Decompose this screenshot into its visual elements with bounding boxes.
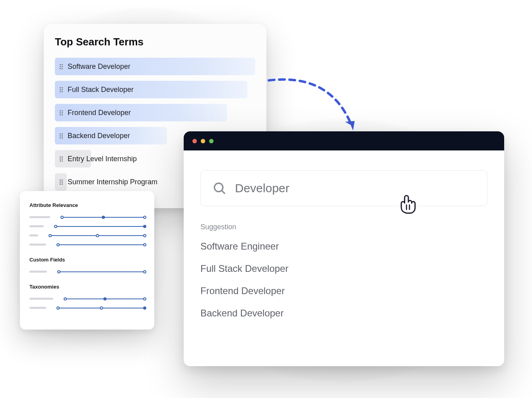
slider-track[interactable] <box>65 298 145 299</box>
traffic-light-zoom[interactable] <box>209 139 214 143</box>
slider-handle[interactable] <box>143 297 146 300</box>
attribute-label-placeholder <box>29 307 46 309</box>
slider-handle[interactable] <box>64 297 67 300</box>
slider-track[interactable] <box>58 244 145 245</box>
suggestion-section-label: Suggestion <box>200 223 487 231</box>
slider-row <box>29 225 145 227</box>
suggestion-item[interactable]: Backend Developer <box>200 308 487 319</box>
search-input[interactable]: Developer <box>200 170 487 206</box>
drag-handle-icon[interactable] <box>60 64 63 69</box>
attribute-label-placeholder <box>29 216 50 218</box>
svg-line-1 <box>222 191 225 193</box>
slider-handle[interactable] <box>54 225 57 228</box>
suggestion-item[interactable]: Full Stack Developer <box>200 263 487 274</box>
connector-arrow <box>266 76 357 135</box>
drag-handle-icon[interactable] <box>60 156 63 162</box>
slider-handle[interactable] <box>143 270 146 273</box>
attribute-label-placeholder <box>29 298 53 300</box>
slider-handle[interactable] <box>49 234 52 237</box>
suggestion-item[interactable]: Frontend Developer <box>200 285 487 297</box>
slider-handle[interactable] <box>60 216 64 219</box>
slider-track[interactable] <box>62 217 145 218</box>
slider-fill <box>58 244 145 245</box>
traffic-light-close[interactable] <box>192 139 197 143</box>
pointer-cursor-icon <box>396 192 420 216</box>
slider-handle[interactable] <box>57 270 60 273</box>
slider-row <box>29 298 145 300</box>
slider-section-title: Taxonomies <box>29 284 145 290</box>
slider-handle[interactable] <box>96 234 99 237</box>
slider-row <box>29 234 145 236</box>
browser-body: Developer Suggestion Software EngineerFu… <box>184 150 504 342</box>
drag-handle-icon[interactable] <box>60 110 63 115</box>
slider-track[interactable] <box>56 226 145 227</box>
slider-handle[interactable] <box>143 216 146 219</box>
slider-section-title: Attribute Relevance <box>29 202 145 208</box>
slider-fill <box>56 226 145 227</box>
search-icon <box>213 181 226 195</box>
term-label: Summer Internship Program <box>68 178 157 186</box>
slider-row <box>29 216 145 218</box>
slider-track[interactable] <box>59 271 145 272</box>
slider-handle[interactable] <box>143 306 146 310</box>
browser-titlebar <box>184 131 504 150</box>
term-label: Entry Level Internship <box>68 155 137 163</box>
slider-handle[interactable] <box>102 216 105 219</box>
term-label: Full Stack Developer <box>68 86 134 94</box>
search-value: Developer <box>235 181 289 195</box>
slider-handle[interactable] <box>143 225 146 228</box>
drag-handle-icon[interactable] <box>60 179 63 185</box>
slider-track[interactable] <box>50 235 145 236</box>
slider-row <box>29 307 145 309</box>
drag-handle-icon[interactable] <box>60 87 63 92</box>
slider-handle[interactable] <box>143 243 146 246</box>
term-label: Frontend Developer <box>68 109 131 117</box>
slider-handle[interactable] <box>103 297 107 300</box>
attribute-label-placeholder <box>29 271 47 273</box>
slider-fill <box>59 271 145 272</box>
attribute-label-placeholder <box>29 244 46 246</box>
term-label: Backend Developer <box>68 132 130 140</box>
attribute-label-placeholder <box>29 234 38 236</box>
relevance-sliders-card: Attribute RelevanceCustom FieldsTaxonomi… <box>20 191 154 330</box>
slider-section-title: Custom Fields <box>29 257 145 263</box>
slider-handle[interactable] <box>143 234 146 237</box>
slider-handle[interactable] <box>56 306 60 310</box>
attribute-label-placeholder <box>29 225 44 227</box>
term-label: Software Developer <box>68 62 130 71</box>
slider-row <box>29 271 145 273</box>
slider-handle[interactable] <box>56 243 60 246</box>
top-search-terms-title: Top Search Terms <box>55 36 255 48</box>
traffic-light-minimize[interactable] <box>201 139 205 143</box>
drag-handle-icon[interactable] <box>60 133 63 139</box>
slider-row <box>29 244 145 246</box>
browser-window: Developer Suggestion Software EngineerFu… <box>184 131 504 366</box>
slider-handle[interactable] <box>100 306 103 310</box>
search-term-row[interactable]: Frontend Developer <box>55 104 255 121</box>
slider-track[interactable] <box>58 308 145 308</box>
suggestion-item[interactable]: Software Engineer <box>200 241 487 252</box>
search-term-row[interactable]: Software Developer <box>55 58 255 75</box>
search-term-row[interactable]: Full Stack Developer <box>55 81 255 98</box>
